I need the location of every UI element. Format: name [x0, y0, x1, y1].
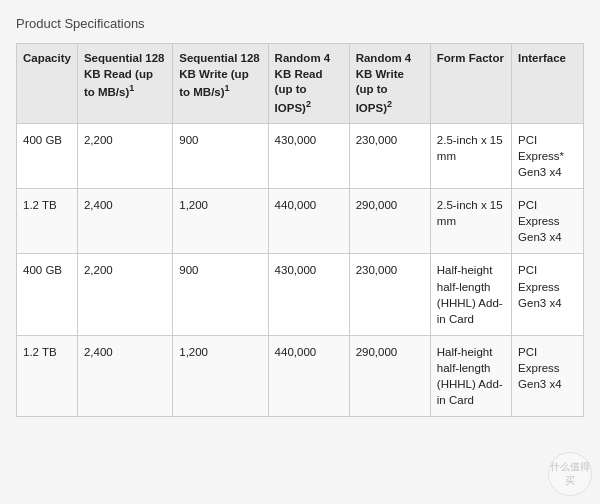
cell-interface: PCI Express* Gen3 x4: [512, 123, 584, 188]
cell-rand_read: 440,000: [268, 335, 349, 416]
table-row: 1.2 TB2,4001,200440,000290,0002.5-inch x…: [17, 189, 584, 254]
cell-capacity: 400 GB: [17, 254, 78, 335]
col-header-seq-write: Sequential 128 KB Write (up to MB/s)1: [173, 44, 268, 124]
cell-rand_read: 440,000: [268, 189, 349, 254]
cell-seq_read: 2,400: [77, 189, 172, 254]
cell-interface: PCI Express Gen3 x4: [512, 254, 584, 335]
cell-form_factor: 2.5-inch x 15 mm: [430, 189, 511, 254]
table-row: 1.2 TB2,4001,200440,000290,000Half-heigh…: [17, 335, 584, 416]
table-header-row: Capacity Sequential 128 KB Read (up to M…: [17, 44, 584, 124]
col-header-seq-read: Sequential 128 KB Read (up to MB/s)1: [77, 44, 172, 124]
cell-seq_read: 2,200: [77, 254, 172, 335]
cell-seq_write: 1,200: [173, 189, 268, 254]
col-header-form-factor: Form Factor: [430, 44, 511, 124]
cell-rand_write: 290,000: [349, 189, 430, 254]
cell-rand_write: 290,000: [349, 335, 430, 416]
cell-seq_write: 900: [173, 123, 268, 188]
cell-capacity: 1.2 TB: [17, 189, 78, 254]
cell-rand_write: 230,000: [349, 254, 430, 335]
table-row: 400 GB2,200900430,000230,0002.5-inch x 1…: [17, 123, 584, 188]
page-title: Product Specifications: [16, 16, 584, 31]
col-header-rand-write: Random 4 KB Write (up to IOPS)2: [349, 44, 430, 124]
cell-interface: PCI Express Gen3 x4: [512, 335, 584, 416]
table-row: 400 GB2,200900430,000230,000Half-height …: [17, 254, 584, 335]
cell-capacity: 400 GB: [17, 123, 78, 188]
cell-rand_read: 430,000: [268, 254, 349, 335]
cell-capacity: 1.2 TB: [17, 335, 78, 416]
watermark: 什么值得买: [548, 452, 592, 496]
cell-form_factor: Half-height half-length (HHHL) Add-in Ca…: [430, 335, 511, 416]
col-header-rand-read: Random 4 KB Read (up to IOPS)2: [268, 44, 349, 124]
cell-rand_read: 430,000: [268, 123, 349, 188]
cell-seq_write: 1,200: [173, 335, 268, 416]
cell-rand_write: 230,000: [349, 123, 430, 188]
cell-seq_write: 900: [173, 254, 268, 335]
cell-seq_read: 2,400: [77, 335, 172, 416]
col-header-capacity: Capacity: [17, 44, 78, 124]
cell-form_factor: Half-height half-length (HHHL) Add-in Ca…: [430, 254, 511, 335]
cell-form_factor: 2.5-inch x 15 mm: [430, 123, 511, 188]
cell-interface: PCI Express Gen3 x4: [512, 189, 584, 254]
specs-table: Capacity Sequential 128 KB Read (up to M…: [16, 43, 584, 417]
cell-seq_read: 2,200: [77, 123, 172, 188]
col-header-interface: Interface: [512, 44, 584, 124]
